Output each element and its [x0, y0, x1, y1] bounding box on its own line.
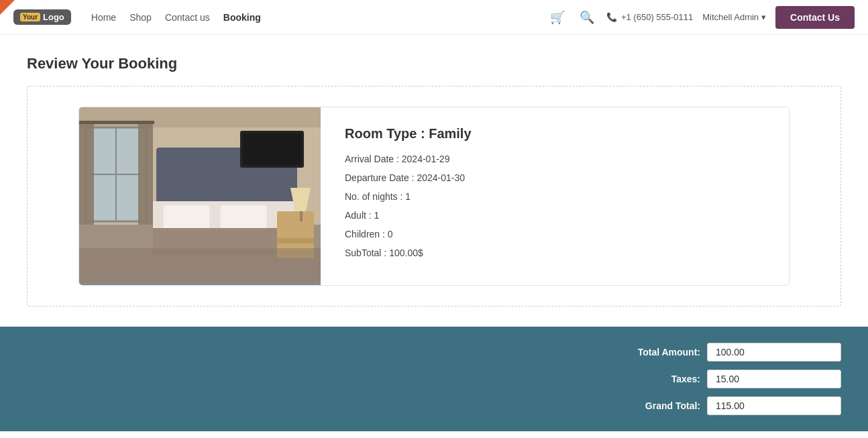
odoo-corner-tag	[0, 0, 15, 15]
nav-contact[interactable]: Contact us	[165, 12, 210, 23]
logo-text: Logo	[43, 12, 64, 22]
children-count: Children : 0	[345, 229, 765, 239]
svg-rect-13	[220, 205, 267, 231]
svg-rect-8	[138, 121, 153, 225]
departure-date: Departure Date : 2024-01-30	[345, 172, 765, 183]
room-image-svg	[79, 107, 321, 282]
grand-total-label: Grand Total:	[613, 400, 700, 411]
total-amount-value[interactable]: 100.00	[707, 343, 841, 362]
svg-rect-9	[79, 121, 154, 124]
user-menu[interactable]: Mitchell Admin ▾	[702, 12, 766, 22]
room-image	[79, 107, 321, 285]
search-icon[interactable]: 🔍	[577, 7, 597, 28]
chevron-down-icon: ▾	[761, 12, 766, 22]
nav-booking[interactable]: Booking	[223, 12, 261, 23]
nights-count: No. of nights : 1	[345, 191, 765, 202]
grand-total-row: Grand Total: 115.00	[613, 396, 841, 415]
svg-rect-2	[79, 107, 321, 127]
svg-rect-21	[79, 248, 321, 282]
svg-rect-7	[79, 121, 94, 225]
cart-icon[interactable]: 🛒	[547, 7, 567, 28]
user-name: Mitchell Admin	[702, 12, 759, 22]
grand-total-value[interactable]: 115.00	[707, 396, 841, 415]
booking-card-wrapper: Room Type : Family Arrival Date : 2024-0…	[27, 86, 841, 307]
arrival-date: Arrival Date : 2024-01-29	[345, 154, 765, 164]
logo[interactable]: Your Logo	[13, 9, 71, 25]
total-amount-label: Total Amount:	[613, 347, 700, 358]
totals-section: Total Amount: 100.00 Taxes: 15.00 Grand …	[0, 327, 868, 431]
nav-links: Home Shop Contact us Booking	[91, 12, 547, 23]
taxes-row: Taxes: 15.00	[613, 370, 841, 388]
navbar: Your Logo Home Shop Contact us Booking 🛒…	[0, 0, 868, 35]
subtotal: SubTotal : 100.00$	[345, 248, 765, 258]
room-details: Room Type : Family Arrival Date : 2024-0…	[321, 107, 789, 285]
phone-info: 📞 +1 (650) 555-0111	[606, 12, 693, 22]
booking-card: Room Type : Family Arrival Date : 2024-0…	[78, 107, 790, 286]
nav-home[interactable]: Home	[91, 12, 116, 23]
contact-us-button[interactable]: Contact Us	[775, 6, 855, 29]
taxes-value[interactable]: 15.00	[707, 370, 841, 388]
navbar-right: 🛒 🔍 📞 +1 (650) 555-0111 Mitchell Admin ▾…	[547, 6, 855, 29]
logo-tag: Your	[20, 13, 40, 21]
room-type-title: Room Type : Family	[345, 126, 765, 142]
svg-rect-20	[243, 133, 301, 165]
total-amount-row: Total Amount: 100.00	[613, 343, 841, 362]
phone-icon: 📞	[606, 12, 617, 22]
taxes-label: Taxes:	[613, 374, 700, 384]
svg-rect-18	[300, 211, 303, 221]
page-title: Review Your Booking	[27, 55, 841, 72]
phone-number: +1 (650) 555-0111	[621, 12, 693, 22]
totals-table: Total Amount: 100.00 Taxes: 15.00 Grand …	[27, 343, 841, 415]
main-content: Review Your Booking	[0, 35, 868, 327]
svg-rect-12	[163, 205, 210, 231]
adult-count: Adult : 1	[345, 210, 765, 221]
nav-shop[interactable]: Shop	[129, 12, 152, 23]
svg-rect-16	[277, 238, 314, 243]
